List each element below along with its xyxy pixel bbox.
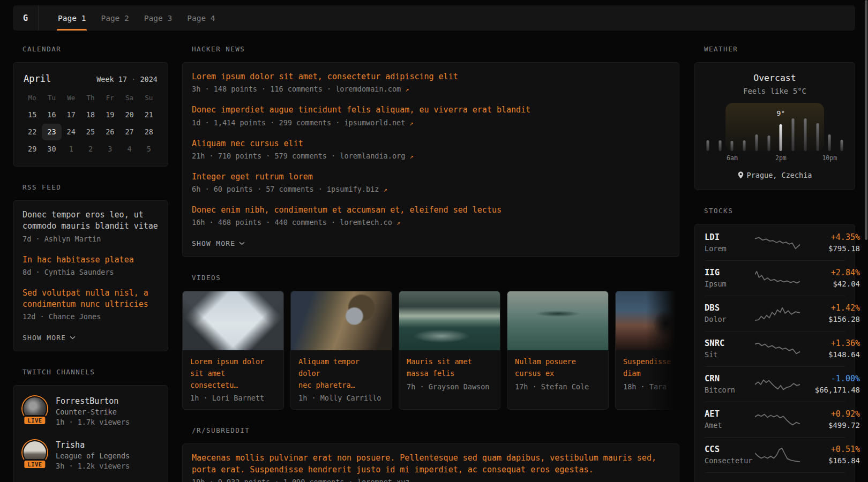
weather-bar — [792, 118, 795, 151]
calendar-day: 17 — [62, 107, 81, 123]
news-item-domain[interactable]: loremnet.xyz — [357, 478, 410, 482]
calendar-day: 16 — [42, 107, 61, 123]
page-tab[interactable]: Page 3 — [137, 5, 179, 31]
video-thumbnail[interactable] — [291, 291, 392, 350]
rss-card: Donec tempor eros leo, ut commodo mauris… — [13, 200, 168, 351]
video-title[interactable]: Suspendisse diam — [623, 356, 679, 379]
page-tab[interactable]: Page 1 — [50, 5, 93, 31]
videos-row: Lorem ipsum dolor sit amet consectetu… 1… — [182, 291, 679, 410]
news-item-title[interactable]: Lorem ipsum dolor sit amet, consectetur … — [192, 71, 670, 82]
calendar-weekday: Tu — [42, 92, 61, 104]
news-item-meta: 6h · 60 points · 57 comments · ipsumify.… — [192, 185, 670, 193]
stocks-card: LDI Lorem +4.35% $795.18 IIG Ipsum +2.84… — [694, 224, 855, 482]
news-item-title[interactable]: Maecenas mollis pulvinar erat non posuer… — [192, 453, 670, 476]
hackernews-section-label: HACKER NEWS — [192, 45, 679, 53]
weather-bar — [828, 134, 831, 151]
news-item-domain[interactable]: ipsumify.biz — [327, 185, 379, 193]
show-more-button[interactable]: SHOW MORE — [192, 239, 245, 247]
scrollbar[interactable] — [865, 0, 867, 240]
video-thumbnail[interactable] — [183, 291, 283, 350]
video-card[interactable]: Lorem ipsum dolor sit amet consectetu… 1… — [182, 291, 284, 410]
weather-bar — [731, 141, 734, 151]
video-info: Mauris sit amet massa felis 7h · Grayson… — [399, 350, 500, 397]
show-more-label: SHOW MORE — [192, 239, 235, 247]
video-thumbnail[interactable] — [507, 291, 608, 350]
video-card[interactable]: Suspendisse diam 18h · Tara — [615, 291, 679, 410]
rss-section: RSS FEED Donec tempor eros leo, ut commo… — [13, 183, 168, 351]
news-item-title[interactable]: Aliquam nec cursus elit — [192, 138, 670, 149]
calendar-day: 18 — [81, 107, 100, 123]
video-card[interactable]: Nullam posuere cursus ex 17h · Stefan Co… — [507, 291, 609, 410]
stock-row[interactable]: IIG Ipsum +2.84% $42.04 — [705, 260, 845, 296]
video-title[interactable]: Mauris sit amet massa felis — [407, 356, 492, 379]
rss-item-title[interactable]: Sed volutpat nulla nisl, a condimentum n… — [23, 288, 159, 311]
video-card[interactable]: Mauris sit amet massa felis 7h · Grayson… — [399, 291, 500, 410]
stock-change: -1.00% — [800, 374, 860, 383]
video-title[interactable]: Nullam posuere cursus ex — [515, 356, 601, 379]
twitch-channel-name[interactable]: Trisha — [56, 440, 130, 450]
calendar-day: 19 — [100, 107, 119, 123]
weather-section-label: WEATHER — [704, 45, 855, 53]
news-item-meta: 3h · 148 points · 116 comments · loremdo… — [192, 85, 670, 93]
news-item-domain[interactable]: loremlandia.org — [340, 152, 405, 160]
news-item-meta: 1d · 1,414 points · 299 comments · ipsum… — [192, 118, 670, 127]
news-item-domain[interactable]: loremtech.co — [340, 218, 392, 227]
stock-row[interactable]: DBS Dolor +1.42% $156.28 — [705, 296, 845, 331]
news-item: Donec enim nibh, condimentum et accumsan… — [192, 205, 670, 227]
stock-symbol: CCS — [705, 445, 755, 454]
calendar-weekday: Sa — [119, 92, 139, 104]
stock-price: $66,171.48 — [800, 386, 860, 394]
news-item-stats: 21h · 710 points · 579 comments · — [192, 152, 340, 160]
stock-row[interactable]: AET Amet +0.92% $499.72 — [705, 402, 845, 437]
stock-name: Amet — [705, 421, 755, 430]
stock-symbol: CRN — [705, 374, 755, 383]
stock-row[interactable]: CRN Bitcorn -1.00% $66,171.48 — [705, 366, 845, 402]
stock-change: +1.42% — [800, 303, 860, 313]
app-logo[interactable]: G — [13, 5, 39, 31]
rss-item-title[interactable]: In hac habitasse platea — [23, 254, 159, 266]
twitch-channel[interactable]: LIVE ForrestBurton Counter-Strike 1h · 1… — [23, 396, 159, 426]
video-thumbnail[interactable] — [399, 291, 500, 350]
subreddit-section: /R/SUBREDDIT Maecenas mollis pulvinar er… — [182, 426, 679, 482]
chevron-down-icon — [239, 242, 245, 245]
stock-row[interactable]: CCS Consectetur +0.51% $165.84 — [705, 437, 845, 472]
show-more-button[interactable]: SHOW MORE — [23, 334, 76, 342]
twitch-section-label: TWITCH CHANNELS — [23, 368, 168, 376]
rss-item-meta: 12d · Chance Jones — [23, 312, 159, 321]
weather-location-text: Prague, Czechia — [747, 171, 812, 179]
stock-price: $165.84 — [800, 456, 860, 465]
news-item-domain[interactable]: ipsumworld.net — [344, 118, 405, 127]
video-card[interactable]: Aliquam tempor dolor nec pharetra… 1h · … — [290, 291, 392, 410]
weather-bar-current — [780, 124, 782, 151]
video-thumbnail[interactable] — [616, 291, 679, 350]
sparkline-chart — [755, 411, 800, 427]
twitch-channel-name[interactable]: ForrestBurton — [56, 396, 130, 406]
hackernews-card: Lorem ipsum dolor sit amet, consectetur … — [182, 62, 679, 257]
page-tab-label: Page 3 — [144, 14, 172, 22]
rss-item-title[interactable]: Donec tempor eros leo, ut commodo mauris… — [23, 209, 159, 232]
video-title[interactable]: Lorem ipsum dolor sit amet consectetu… — [190, 356, 276, 391]
stock-row[interactable]: LDI Lorem +4.35% $795.18 — [705, 225, 845, 260]
calendar-weekday: Fr — [100, 92, 119, 104]
videos-section-label: VIDEOS — [192, 274, 679, 282]
calendar-month: April — [24, 73, 51, 84]
news-item-stats: 3h · 148 points · 116 comments · — [192, 85, 335, 93]
news-item-title[interactable]: Donec enim nibh, condimentum et accumsan… — [192, 205, 670, 216]
news-item-stats: 1d · 1,414 points · 299 comments · — [192, 118, 344, 127]
weather-bar — [841, 140, 843, 151]
stock-name: Ipsum — [705, 280, 755, 288]
stock-row[interactable]: SNRC Sit +1.36% $148.64 — [705, 331, 845, 366]
video-title[interactable]: Aliquam tempor dolor nec pharetra… — [298, 356, 384, 391]
news-item-title[interactable]: Donec imperdiet augue tincidunt felis al… — [192, 104, 670, 116]
calendar-weekday: Su — [139, 92, 159, 104]
page-tab[interactable]: Page 4 — [179, 5, 222, 31]
news-item-domain[interactable]: loremdomain.com — [335, 85, 401, 93]
page-tab[interactable]: Page 2 — [93, 5, 136, 31]
calendar-day: 28 — [139, 124, 159, 140]
calendar-day: 20 — [119, 107, 139, 123]
stock-row[interactable]: AHS +0.46% — [705, 472, 845, 482]
news-item-title[interactable]: Integer eget rutrum lorem — [192, 171, 670, 183]
weather-time-label: 6am — [727, 154, 738, 162]
stock-right: +1.36% $148.64 — [800, 338, 860, 359]
twitch-channel[interactable]: LIVE Trisha League of Legends 3h · 1.2k … — [23, 440, 159, 470]
